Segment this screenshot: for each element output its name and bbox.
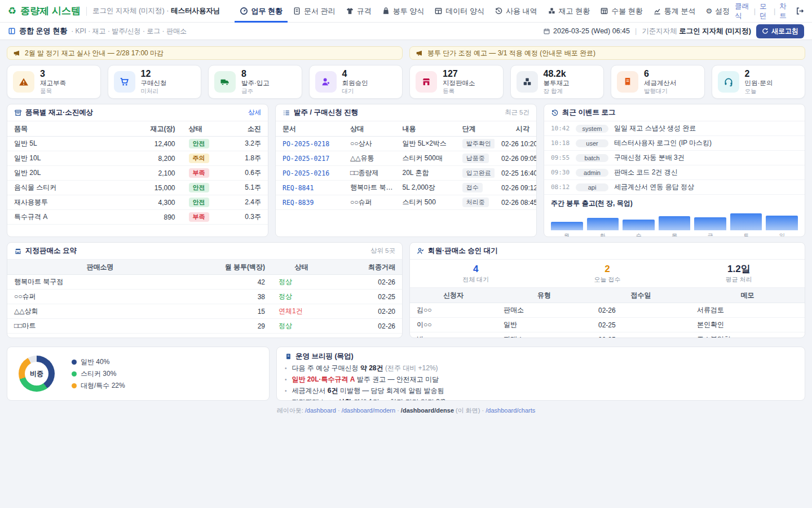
event-log-list: 10:42system일일 재고 스냅샷 생성 완료 10:18user테스터사… (544, 121, 805, 195)
nav-settings[interactable]: ⚙ 설정 (700, 0, 735, 23)
theme-classic-link[interactable]: 클래식 (735, 2, 750, 21)
boxes-icon (548, 7, 556, 15)
login-authority-label: 로그인 지자체 (미지정) · (92, 7, 169, 15)
log-tag-badge: admin (576, 169, 608, 177)
stat-today-received: 2오늘 접수 (541, 260, 673, 287)
legend-item: 스티커 30% (72, 369, 125, 379)
page-title: 종합 운영 현황 (19, 26, 67, 36)
app-logo[interactable]: ♻ 종량제 시스템 (8, 5, 81, 17)
stat-total-waiting: 4전체 대기 (410, 260, 541, 287)
log-tag-badge: batch (576, 154, 608, 162)
logout-icon[interactable] (796, 7, 804, 15)
kpi-bag-stock[interactable]: 48.2k봉투재고장 합계 (510, 65, 604, 99)
note-icon (285, 353, 292, 360)
inventory-detail-link[interactable]: 상세 (248, 108, 261, 117)
status-badge: 안전 (189, 139, 209, 148)
log-item: 09:30admin판매소 코드 2건 갱신 (544, 165, 805, 180)
kpi-purchase-requests[interactable]: 12구매신청미처리 (108, 65, 202, 99)
kpi-low-stock[interactable]: 3재고부족품목 (7, 65, 101, 99)
table-row: △△상회15연체1건02-20 (7, 304, 402, 319)
panel-title: 최근 이벤트 로그 (562, 108, 615, 117)
notice-banner: 봉투 단가 조정 예고 — 3/1 적용 예정 (안내문 배포 완료) (409, 46, 805, 60)
layout-link-dashboard[interactable]: /dashboard (305, 407, 336, 414)
status-badge: 부족 (189, 168, 209, 178)
orders-table: 문서 상대 내용 단계 시각 PO-2025-0218○○상사일반 5L×2박스… (276, 121, 536, 210)
status-badge: 안전 (189, 198, 209, 207)
stores-table: 판매소명 월 봉투(백장) 상태 최종거래 행복마트 북구점42정상02-26 … (7, 260, 402, 338)
document-link[interactable]: PO-2025-0216 (283, 169, 329, 177)
theme-modern-link[interactable]: 모던 (760, 2, 770, 21)
store-status: 정상 (272, 334, 331, 339)
nav-stock-status[interactable]: 재고 현황 (542, 0, 595, 23)
nav-ledger-status[interactable]: 수불 현황 (595, 0, 648, 23)
kpi-orders-incoming[interactable]: 8발주·입고금주 (208, 65, 302, 99)
log-item: 08:12api세금계산서 연동 응답 정상 (544, 180, 805, 195)
nav-bag-format[interactable]: 봉투 양식 (377, 0, 430, 23)
briefing-item: 일반 20L·특수규격 A 발주 권고 — 안전재고 미달 (285, 375, 797, 384)
table-row: 특수규격 A890부족0.3주 (7, 210, 268, 225)
orders-panel: 발주 / 구매신청 진행 최근 5건 문서 상대 내용 단계 시각 PO-202… (275, 104, 537, 237)
panel-title: 발주 / 구매신청 진행 (294, 108, 358, 117)
nav-usage-history[interactable]: 사용 내역 (489, 0, 542, 23)
nav-statistics[interactable]: 통계 분석 (648, 0, 701, 23)
legend-dot (72, 371, 77, 376)
stage-badge: 발주확인 (462, 139, 495, 148)
legend-item: 대형/특수 22% (72, 381, 125, 391)
warning-icon (13, 71, 34, 93)
log-tag-badge: api (576, 183, 608, 191)
gauge-icon (240, 7, 248, 15)
bar-fri (694, 217, 726, 230)
nav-spec[interactable]: 규격 (341, 0, 377, 23)
share-donut-panel: 비중 일반 40% 스티커 30% 대형/특수 22% (7, 347, 270, 401)
donut-legend: 일반 40% 스티커 30% 대형/특수 22% (72, 355, 125, 393)
layout-link-charts[interactable]: /dashboard/charts (486, 407, 535, 414)
separator: | (754, 7, 756, 15)
theme-chart-link[interactable]: 차트 (779, 2, 789, 21)
nav-work-status[interactable]: 업무 현황 (235, 0, 288, 23)
store-icon (416, 71, 437, 93)
nav-document-mgmt[interactable]: 문서 관리 (288, 0, 341, 23)
table-row: 재사용봉투4,300안전2.4주 (7, 195, 268, 210)
table-row: REQ-8839○○슈퍼스티커 500처리중02-26 08:45 (276, 195, 536, 210)
table-row: 음식물 스티커15,000안전5.1주 (7, 181, 268, 195)
document-link[interactable]: REQ-8839 (283, 199, 314, 207)
layout-current: /dashboard/dense (401, 407, 454, 414)
kpi-tax-invoices[interactable]: 6세금계산서발행대기 (611, 65, 705, 99)
table-row: 김○○판매소02-26서류검토 (410, 303, 805, 318)
briefing-item: 세금계산서 6건 미발행 — 담당 회계에 알림 발송됨 (285, 386, 797, 396)
separator: | (774, 7, 775, 15)
table-row: □□마트29정상02-26 (7, 319, 402, 334)
log-tag-badge: system (576, 125, 608, 133)
bar-mon (551, 222, 583, 230)
status-badge: 안전 (189, 183, 209, 192)
inventory-panel: 품목별 재고·소진예상 상세 품목 재고(장) 상태 소진 일반 5L12,40… (7, 104, 268, 237)
document-link[interactable]: PO-2025-0217 (283, 155, 329, 163)
document-link[interactable]: REQ-8841 (283, 184, 314, 192)
table-row: 박○○판매소02-25주소불일치 (410, 332, 805, 338)
approvals-panel: 회원·판매소 승인 대기 4전체 대기 2오늘 접수 1.2일평균 처리 신청자… (409, 242, 805, 338)
dashboard-grid-icon (8, 27, 16, 35)
kpi-complaints[interactable]: 2민원·문의오늘 (712, 65, 806, 99)
nav-data-format[interactable]: 데이터 양식 (429, 0, 489, 23)
panel-title: 지정판매소 요약 (25, 246, 77, 256)
briefing-panel: 운영 브리핑 (목업) 다음 주 예상 구매신청 약 28건 (전주 대비 +1… (276, 347, 805, 401)
kpi-designated-stores[interactable]: 127지정판매소등록 (409, 65, 504, 99)
table-row: 일반 5L12,400안전3.2주 (7, 137, 268, 151)
refresh-button[interactable]: 새로고침 (756, 24, 804, 38)
panel-title: 품목별 재고·소진예상 (25, 108, 93, 117)
document-link[interactable]: PO-2025-0218 (283, 140, 329, 148)
top-bar: ♻ 종량제 시스템 로그인 지자체 (미지정) · 테스터사용자님 업무 현황 … (0, 0, 812, 23)
kpi-member-approvals[interactable]: 4회원승인대기 (309, 65, 403, 99)
gear-icon: ⚙ (705, 7, 712, 15)
stage-badge: 처리중 (462, 198, 489, 207)
log-item: 10:42system일일 재고 스냅샷 생성 완료 (544, 121, 805, 136)
bar-tue (587, 218, 619, 230)
bar-sat (730, 213, 762, 230)
layout-link-modern[interactable]: /dashboard/modern (342, 407, 395, 414)
user-name: 테스터사용자님 (171, 7, 220, 15)
megaphone-icon (13, 50, 20, 57)
table-row: ◇◇할인점51정상02-26 (7, 334, 402, 339)
weekly-output-chart: 주간 봉투 출고(천 장, 목업) 월 화 수 목 금 토 (544, 195, 805, 237)
shirt-icon (346, 7, 354, 15)
log-item: 09:55batch구매신청 자동 분배 3건 (544, 151, 805, 165)
